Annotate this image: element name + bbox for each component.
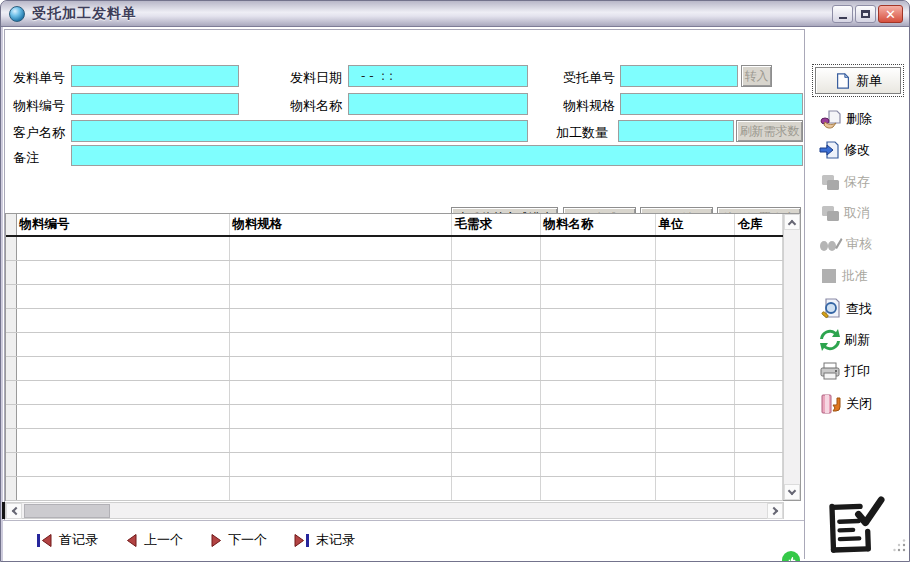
table-cell[interactable] bbox=[734, 404, 783, 428]
horizontal-scrollbar[interactable] bbox=[5, 502, 784, 519]
table-cell[interactable] bbox=[229, 308, 451, 332]
maximize-button[interactable] bbox=[855, 5, 876, 23]
table-cell[interactable] bbox=[16, 332, 229, 356]
table-cell[interactable] bbox=[451, 308, 540, 332]
table-cell[interactable] bbox=[734, 428, 783, 452]
table-row[interactable] bbox=[6, 236, 783, 260]
table-cell[interactable] bbox=[540, 452, 655, 476]
table-cell[interactable] bbox=[229, 452, 451, 476]
col-unit[interactable]: 单位 bbox=[655, 214, 734, 236]
table-cell[interactable] bbox=[229, 476, 451, 500]
scroll-right-button[interactable] bbox=[767, 503, 783, 519]
table-row[interactable] bbox=[6, 284, 783, 308]
close-form-button[interactable]: 关闭 bbox=[819, 392, 872, 416]
table-cell[interactable] bbox=[229, 380, 451, 404]
table-cell[interactable] bbox=[734, 476, 783, 500]
new-order-button[interactable]: 新单 bbox=[815, 67, 901, 94]
table-row[interactable] bbox=[6, 476, 783, 500]
table-cell[interactable] bbox=[229, 356, 451, 380]
remark-input[interactable] bbox=[71, 145, 803, 166]
table-cell[interactable] bbox=[540, 428, 655, 452]
next-record-button[interactable]: 下一个 bbox=[210, 531, 267, 549]
table-cell[interactable] bbox=[655, 236, 734, 260]
table-cell[interactable] bbox=[734, 284, 783, 308]
table-row[interactable] bbox=[6, 404, 783, 428]
delete-button[interactable]: 删除 bbox=[819, 107, 872, 131]
material-spec-input[interactable] bbox=[620, 93, 803, 115]
customer-name-input[interactable] bbox=[71, 120, 528, 142]
col-material-no[interactable]: 物料编号 bbox=[16, 214, 229, 236]
table-cell[interactable] bbox=[16, 428, 229, 452]
table-row[interactable] bbox=[6, 452, 783, 476]
table-cell[interactable] bbox=[540, 332, 655, 356]
print-button[interactable]: 打印 bbox=[819, 360, 870, 382]
table-cell[interactable] bbox=[655, 404, 734, 428]
scroll-down-button[interactable] bbox=[784, 484, 800, 500]
table-cell[interactable] bbox=[734, 260, 783, 284]
table-cell[interactable] bbox=[655, 380, 734, 404]
col-material-spec[interactable]: 物料规格 bbox=[229, 214, 451, 236]
scroll-left-button[interactable] bbox=[6, 503, 22, 519]
table-cell[interactable] bbox=[540, 476, 655, 500]
table-cell[interactable] bbox=[734, 356, 783, 380]
last-record-button[interactable]: 末记录 bbox=[293, 531, 355, 549]
col-warehouse[interactable]: 仓库 bbox=[734, 214, 783, 236]
table-cell[interactable] bbox=[16, 236, 229, 260]
table-cell[interactable] bbox=[655, 428, 734, 452]
table-cell[interactable] bbox=[540, 308, 655, 332]
table-cell[interactable] bbox=[451, 284, 540, 308]
table-cell[interactable] bbox=[540, 404, 655, 428]
table-cell[interactable] bbox=[16, 476, 229, 500]
scroll-up-button[interactable] bbox=[784, 214, 800, 230]
issue-date-input[interactable] bbox=[348, 65, 528, 87]
table-cell[interactable] bbox=[734, 452, 783, 476]
col-material-name[interactable]: 物料名称 bbox=[540, 214, 655, 236]
table-cell[interactable] bbox=[540, 356, 655, 380]
table-row[interactable] bbox=[6, 428, 783, 452]
table-cell[interactable] bbox=[655, 476, 734, 500]
vertical-scrollbar[interactable] bbox=[783, 214, 800, 500]
table-cell[interactable] bbox=[229, 428, 451, 452]
table-cell[interactable] bbox=[229, 236, 451, 260]
table-cell[interactable] bbox=[734, 236, 783, 260]
col-gross-demand[interactable]: 毛需求 bbox=[451, 214, 540, 236]
table-row[interactable] bbox=[6, 380, 783, 404]
find-button[interactable]: 查找 bbox=[819, 297, 872, 321]
table-cell[interactable] bbox=[229, 332, 451, 356]
issue-no-input[interactable] bbox=[71, 65, 239, 87]
table-cell[interactable] bbox=[229, 404, 451, 428]
resize-grip[interactable] bbox=[893, 538, 907, 557]
minimize-button[interactable] bbox=[832, 5, 853, 23]
table-cell[interactable] bbox=[16, 356, 229, 380]
table-cell[interactable] bbox=[229, 260, 451, 284]
table-cell[interactable] bbox=[451, 332, 540, 356]
table-cell[interactable] bbox=[451, 380, 540, 404]
table-cell[interactable] bbox=[16, 308, 229, 332]
table-cell[interactable] bbox=[16, 260, 229, 284]
table-row[interactable] bbox=[6, 356, 783, 380]
table-cell[interactable] bbox=[16, 284, 229, 308]
table-cell[interactable] bbox=[540, 236, 655, 260]
table-cell[interactable] bbox=[655, 308, 734, 332]
table-cell[interactable] bbox=[16, 452, 229, 476]
table-cell[interactable] bbox=[451, 260, 540, 284]
table-cell[interactable] bbox=[734, 380, 783, 404]
table-row[interactable] bbox=[6, 260, 783, 284]
consign-no-input[interactable] bbox=[620, 65, 738, 87]
close-button[interactable]: ✕ bbox=[878, 5, 903, 23]
table-cell[interactable] bbox=[451, 404, 540, 428]
table-cell[interactable] bbox=[734, 308, 783, 332]
table-row[interactable] bbox=[6, 332, 783, 356]
table-cell[interactable] bbox=[229, 284, 451, 308]
table-cell[interactable] bbox=[655, 452, 734, 476]
table-cell[interactable] bbox=[655, 260, 734, 284]
table-row[interactable] bbox=[6, 308, 783, 332]
table-cell[interactable] bbox=[16, 380, 229, 404]
modify-button[interactable]: 修改 bbox=[819, 139, 870, 161]
table-cell[interactable] bbox=[540, 284, 655, 308]
hscroll-thumb[interactable] bbox=[24, 504, 110, 518]
refresh-button[interactable]: 刷新 bbox=[819, 329, 870, 351]
first-record-button[interactable]: 首记录 bbox=[36, 531, 98, 549]
table-cell[interactable] bbox=[451, 428, 540, 452]
table-cell[interactable] bbox=[655, 284, 734, 308]
